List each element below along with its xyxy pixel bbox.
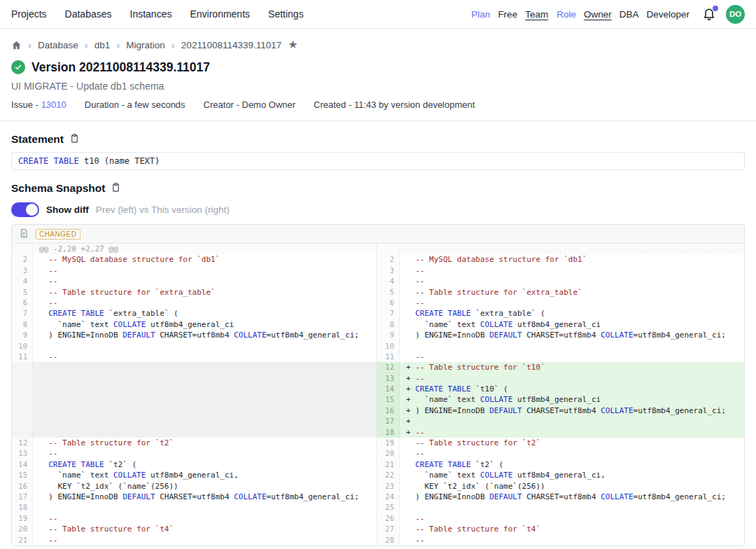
line-number-right: 6: [377, 298, 400, 308]
diff-row: 18 25: [12, 502, 744, 513]
notification-dot: [713, 6, 718, 11]
code-line-left: [33, 502, 377, 513]
code-line-right: [400, 244, 744, 254]
meta-issue-value[interactable]: 13010: [41, 99, 66, 110]
meta-creator: Creator - Demo Owner: [204, 99, 295, 111]
meta-issue: Issue - 13010: [11, 99, 66, 111]
code-line-left: -- Table structure for `t2`: [33, 438, 377, 448]
page-content: ›Database›db1›Migration›20211008114339.1…: [0, 37, 756, 546]
breadcrumb-item-database[interactable]: Database: [38, 40, 78, 50]
nav-item-environments[interactable]: Environments: [190, 8, 250, 20]
code-line-right: +: [400, 416, 744, 426]
diff-row: @@ -2,20 +2,27 @@: [12, 244, 744, 254]
breadcrumb-items: ›Database›db1›Migration›20211008114339.1…: [28, 37, 281, 53]
code-line-right: ) ENGINE=InnoDB DEFAULT CHARSET=utf8mb4 …: [400, 492, 744, 502]
copy-snapshot-button[interactable]: [111, 182, 121, 195]
diff-row: 3 --3 --: [12, 265, 744, 276]
diff-row: 15+ `name` text COLLATE utf8mb4_general_…: [12, 394, 744, 405]
role-option-owner[interactable]: Owner: [584, 9, 612, 20]
role-option-dba[interactable]: DBA: [620, 9, 639, 20]
code-line-left: `name` text COLLATE utf8mb4_general_ci: [33, 319, 377, 330]
line-number-left: 21: [12, 535, 33, 545]
line-number-right: 24: [377, 492, 400, 502]
role-group: Role OwnerDBADeveloper: [556, 9, 690, 20]
diff-row: 10 10: [12, 341, 744, 352]
version-title-row: Version 20211008114339.11017: [11, 60, 745, 75]
nav-item-databases[interactable]: Databases: [65, 8, 112, 20]
notification-bell-button[interactable]: [701, 6, 718, 22]
diff-row: 11 --11 --: [12, 352, 744, 362]
top-nav: ProjectsDatabasesInstancesEnvironmentsSe…: [0, 0, 756, 29]
account-bar: Plan FreeTeam Role OwnerDBADeveloper DO: [471, 5, 745, 24]
diff-row: 13+ --: [12, 373, 744, 384]
plan-label: Plan: [471, 9, 490, 20]
diff-row: 6 --6 --: [12, 298, 744, 308]
code-line-right: CREATE TABLE `t2` (: [400, 459, 744, 470]
line-number-left: 10: [12, 341, 33, 352]
line-number-left: [12, 427, 33, 438]
code-line-left: [33, 416, 377, 426]
page-title: Version 20211008114339.11017: [31, 60, 210, 75]
code-line-left: -- MySQL database structure for `db1`: [33, 254, 377, 265]
line-number-right: 14: [377, 384, 400, 394]
line-number-left: [12, 384, 33, 394]
home-icon[interactable]: [11, 40, 22, 50]
line-number-right: 15: [377, 394, 400, 405]
meta-created-value: 11:43 by version development: [354, 99, 475, 110]
schema-snapshot-section: Schema Snapshot Show diff Prev (left) vs…: [11, 181, 745, 546]
diff-row: 8 `name` text COLLATE utf8mb4_general_ci…: [12, 319, 744, 330]
avatar[interactable]: DO: [726, 5, 745, 24]
breadcrumb: ›Database›db1›Migration›20211008114339.1…: [11, 37, 745, 53]
breadcrumb-item-db1[interactable]: db1: [94, 40, 111, 50]
plan-option-free[interactable]: Free: [498, 9, 517, 20]
diff-row: 16 KEY `t2_idx` (`name`(256))23 KEY `t2_…: [12, 481, 744, 492]
line-number-left: [12, 362, 33, 373]
line-number-right: 13: [377, 373, 400, 384]
diff-header: CHANGED: [12, 225, 744, 244]
line-number-left: 18: [12, 502, 33, 513]
line-number-right: 25: [377, 502, 400, 513]
line-number-left: 7: [12, 308, 33, 319]
show-diff-label: Show diff: [46, 204, 89, 215]
code-line-left: KEY `t2_idx` (`name`(256)): [33, 481, 377, 492]
code-line-left: [33, 405, 377, 416]
nav-item-projects[interactable]: Projects: [11, 8, 47, 20]
diff-panel: CHANGED @@ -2,20 +2,27 @@2 -- MySQL data…: [11, 224, 745, 546]
nav-item-settings[interactable]: Settings: [268, 8, 304, 20]
success-check-icon: [11, 60, 25, 74]
line-number-left: 11: [12, 352, 33, 362]
chevron-right-icon: ›: [116, 40, 120, 50]
show-diff-toggle[interactable]: [11, 202, 39, 217]
code-line-left: ) ENGINE=InnoDB DEFAULT CHARSET=utf8mb4 …: [33, 330, 377, 340]
diff-row: 18+ --: [12, 427, 744, 438]
main-nav: ProjectsDatabasesInstancesEnvironmentsSe…: [11, 8, 304, 20]
code-line-right: --: [400, 276, 744, 286]
star-icon[interactable]: ★: [288, 39, 298, 50]
line-number-left: 13: [12, 448, 33, 459]
diff-row: 15 `name` text COLLATE utf8mb4_general_c…: [12, 470, 744, 480]
role-option-developer[interactable]: Developer: [646, 9, 690, 20]
diff-row: 13 --20 --: [12, 448, 744, 459]
copy-statement-button[interactable]: [69, 133, 80, 146]
code-line-right: CREATE TABLE `extra_table` (: [400, 308, 744, 319]
code-line-left: [33, 362, 377, 373]
chevron-right-icon: ›: [172, 40, 175, 50]
nav-item-instances[interactable]: Instances: [130, 8, 172, 20]
statement-heading-row: Statement: [11, 132, 745, 146]
breadcrumb-item-20211008114339-11017[interactable]: 20211008114339.11017: [181, 40, 281, 50]
line-number-left: 12: [12, 438, 33, 448]
code-line-left: CREATE TABLE `extra_table` (: [33, 308, 377, 319]
line-number-right: 17: [377, 416, 400, 426]
line-number-left: 9: [12, 330, 33, 340]
diff-row: 4 --4 --: [12, 276, 744, 286]
diff-row: 5 -- Table structure for `extra_table`5 …: [12, 287, 744, 298]
snapshot-heading-row: Schema Snapshot: [11, 181, 745, 195]
line-number-left: 15: [12, 470, 33, 480]
version-meta-row: Issue - 13010Duration - a few secondsCre…: [11, 99, 745, 111]
line-number-left: [12, 373, 33, 384]
breadcrumb-item-migration[interactable]: Migration: [126, 40, 165, 50]
line-number-right: 5: [377, 287, 400, 298]
plan-option-team[interactable]: Team: [525, 9, 548, 20]
line-number-right: 20: [377, 448, 400, 459]
clipboard-icon: [69, 133, 80, 146]
